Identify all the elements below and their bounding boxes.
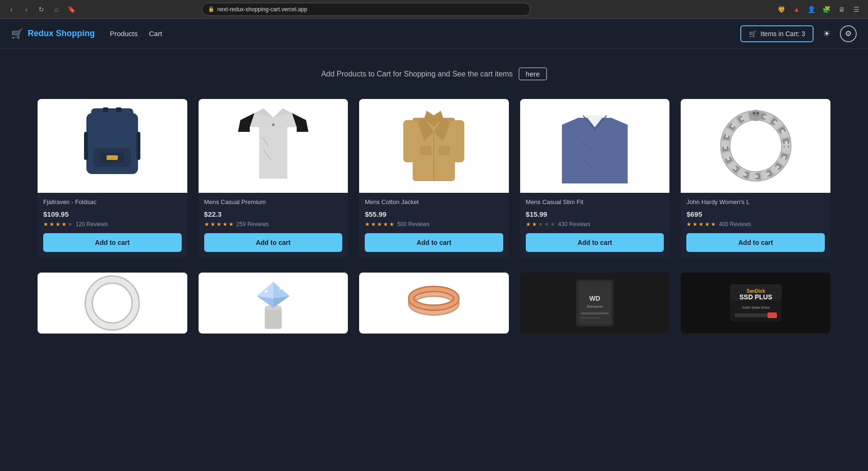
svg-rect-66 [581, 312, 609, 314]
product-price-4: $15.99 [526, 210, 664, 218]
svg-rect-27 [420, 146, 431, 155]
product-rating-1: ★ ★ ★ ★ ★ 120 Reviews [43, 221, 182, 228]
brand-logo[interactable]: 🛒 Redux Shopping [11, 28, 95, 39]
nav-cart[interactable]: Cart [149, 30, 162, 38]
svg-rect-67 [581, 317, 599, 319]
window-icon[interactable]: 🖥 [836, 4, 847, 15]
svg-rect-25 [453, 120, 464, 162]
star-2-4: ★ [223, 221, 228, 228]
nav-products[interactable]: Products [110, 30, 138, 38]
home-button[interactable]: ⌂ [51, 4, 62, 15]
product-rating-4: ★ ★ ★ ★ ★ 430 Reviews [526, 221, 664, 228]
product-card-5: John Hardy Women's L $695 ★ ★ ★ ★ ★ 400 … [681, 99, 830, 258]
svg-rect-8 [137, 132, 140, 160]
star-2-1: ★ [204, 221, 209, 228]
svg-rect-1 [91, 108, 133, 120]
cart-count-label: Items in Cart: 3 [760, 30, 805, 38]
hero-text: Add Products to Cart for Shopping and Se… [321, 70, 513, 78]
star-4-4: ★ [544, 221, 549, 228]
star-1-5: ★ [68, 221, 73, 228]
svg-marker-53 [257, 282, 273, 298]
product-rating-2: ★ ★ ★ ★ ★ 259 Reviews [204, 221, 343, 228]
product-rating-5: ★ ★ ★ ★ ★ 400 Reviews [686, 221, 825, 228]
star-3-4: ★ [383, 221, 388, 228]
product-image-2 [199, 99, 348, 193]
github-button[interactable]: ⚙ [840, 25, 857, 42]
menu-icon[interactable]: ☰ [851, 4, 862, 15]
product-title-2: Mens Casual Premium [204, 198, 343, 206]
brave-icon[interactable]: 🦁 [776, 4, 787, 15]
back-button[interactable]: ‹ [6, 4, 17, 15]
star-3-5: ★ [389, 221, 394, 228]
theme-toggle-button[interactable]: ☀ [821, 27, 832, 41]
star-3-1: ★ [365, 221, 370, 228]
svg-rect-28 [438, 146, 450, 155]
product-image-9: WD Elements [520, 273, 670, 334]
add-to-cart-4[interactable]: Add to cart [526, 233, 664, 252]
svg-point-14 [272, 123, 275, 126]
product-title-3: Mens Cotton Jacket [365, 198, 503, 206]
svg-point-57 [279, 288, 281, 290]
stars-2: ★ ★ ★ ★ ★ [204, 221, 234, 228]
product-info-1: Fjallraven - Foldsac $109.95 ★ ★ ★ ★ ★ 1… [38, 193, 187, 233]
product-title-4: Mens Casual Slim Fit [526, 198, 664, 206]
star-1-1: ★ [43, 221, 48, 228]
product-info-5: John Hardy Women's L $695 ★ ★ ★ ★ ★ 400 … [681, 193, 830, 233]
bookmark-button[interactable]: 🔖 [66, 4, 77, 15]
star-5-2: ★ [692, 221, 698, 228]
svg-rect-2 [103, 107, 108, 112]
svg-rect-29 [413, 118, 455, 122]
product-image-3 [359, 99, 509, 193]
forward-button[interactable]: › [21, 4, 32, 15]
stars-5: ★ ★ ★ ★ ★ [686, 221, 716, 228]
product-price-2: $22.3 [204, 210, 343, 218]
star-3-2: ★ [371, 221, 376, 228]
product-card-10: SanDisk SSD PLUS Solid State Drive [681, 273, 830, 334]
svg-point-44 [757, 112, 759, 114]
svg-text:SSD PLUS: SSD PLUS [739, 293, 772, 301]
extension-icon[interactable]: 🧩 [821, 4, 832, 15]
svg-point-43 [753, 112, 755, 114]
hero-section: Add Products to Cart for Shopping and Se… [38, 68, 830, 80]
star-2-2: ★ [210, 221, 215, 228]
svg-marker-33 [562, 118, 578, 183]
star-4-1: ★ [526, 221, 531, 228]
product-info-3: Mens Cotton Jacket $55.99 ★ ★ ★ ★ ★ 500 … [359, 193, 509, 233]
cart-button[interactable]: 🛒 Items in Cart: 3 [740, 25, 814, 42]
svg-point-56 [265, 290, 268, 293]
app-navbar: 🛒 Redux Shopping Products Cart 🛒 Items i… [0, 19, 868, 49]
product-info-4: Mens Casual Slim Fit $15.99 ★ ★ ★ ★ ★ 43… [520, 193, 670, 233]
star-1-2: ★ [49, 221, 54, 228]
svg-rect-6 [107, 155, 118, 160]
star-5-1: ★ [686, 221, 691, 228]
product-rating-3: ★ ★ ★ ★ ★ 500 Reviews [365, 221, 503, 228]
products-grid-partial: WD Elements SanDisk SSD PLUS Solid State… [38, 273, 830, 334]
add-to-cart-5[interactable]: Add to cart [686, 233, 825, 252]
reviews-4: 430 Reviews [558, 221, 591, 228]
star-2-3: ★ [216, 221, 222, 228]
add-to-cart-2[interactable]: Add to cart [204, 233, 343, 252]
product-card-8 [359, 273, 509, 334]
product-card-4: Mens Casual Slim Fit $15.99 ★ ★ ★ ★ ★ 43… [520, 99, 670, 258]
svg-text:Elements: Elements [587, 304, 602, 309]
stars-1: ★ ★ ★ ★ ★ [43, 221, 73, 228]
here-button[interactable]: here [519, 68, 547, 80]
star-3-3: ★ [377, 221, 382, 228]
refresh-button[interactable]: ↻ [36, 4, 47, 15]
add-to-cart-1[interactable]: Add to cart [43, 233, 182, 252]
star-1-3: ★ [55, 221, 61, 228]
svg-marker-52 [273, 282, 290, 298]
svg-rect-49 [265, 308, 282, 329]
profile-icon[interactable]: 👤 [806, 4, 817, 15]
add-to-cart-3[interactable]: Add to cart [365, 233, 503, 252]
svg-marker-31 [595, 118, 611, 183]
stars-3: ★ ★ ★ ★ ★ [365, 221, 394, 228]
product-image-4 [520, 99, 670, 193]
svg-point-42 [752, 112, 760, 116]
browser-icons: 🦁 ▲ 👤 🧩 🖥 ☰ [776, 4, 862, 15]
address-bar[interactable]: 🔒 next-redux-shopping-cart.vercel.app [202, 3, 530, 16]
browser-chrome: ‹ › ↻ ⌂ 🔖 🔒 next-redux-shopping-cart.ver… [0, 0, 868, 19]
products-grid: Fjallraven - Foldsac $109.95 ★ ★ ★ ★ ★ 1… [38, 99, 830, 258]
star-4-2: ★ [532, 221, 537, 228]
alert-icon[interactable]: ▲ [791, 4, 802, 15]
